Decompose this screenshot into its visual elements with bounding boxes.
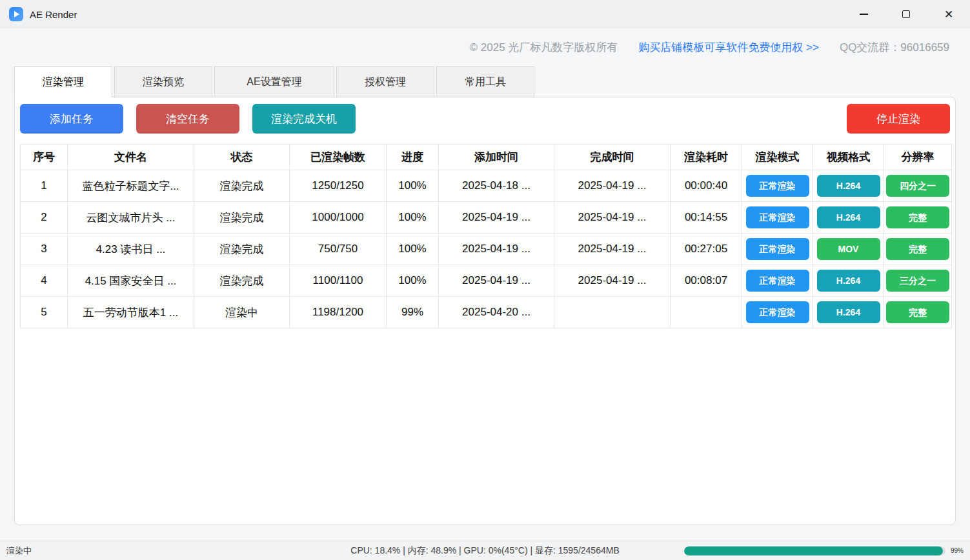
resolution-badge[interactable]: 完整 <box>886 206 949 228</box>
table-row[interactable]: 5五一劳动节版本1 ...渲染中1198/120099%2025-04-20 .… <box>21 297 952 328</box>
tab-authorization[interactable]: 授权管理 <box>336 66 434 97</box>
close-icon: ✕ <box>944 9 953 20</box>
cell-frames: 1000/1000 <box>290 202 387 234</box>
statusbar: 渲染中 CPU: 18.4% | 内存: 48.9% | GPU: 0%(45°… <box>0 541 970 560</box>
titlebar: AE Render ✕ <box>0 0 970 28</box>
render-mode-badge[interactable]: 正常渲染 <box>746 175 809 197</box>
render-mode-badge-cell: 正常渲染 <box>742 265 813 297</box>
render-mode-badge-cell: 正常渲染 <box>742 297 813 328</box>
video-format-badge[interactable]: H.264 <box>817 206 880 228</box>
column-header: 序号 <box>21 145 68 170</box>
tab-ae-settings[interactable]: AE设置管理 <box>214 66 334 97</box>
app-title: AE Render <box>30 9 77 20</box>
table-row[interactable]: 44.15 国家安全日 ...渲染完成1100/1100100%2025-04-… <box>21 265 952 297</box>
resolution-badge[interactable]: 四分之一 <box>886 175 949 197</box>
table-header-row: 序号文件名状态已渲染帧数进度添加时间完成时间渲染耗时渲染模式视频格式分辨率 <box>21 145 952 170</box>
render-mode-badge[interactable]: 正常渲染 <box>746 238 809 260</box>
video-format-badge-cell: H.264 <box>813 265 884 297</box>
render-mode-badge-cell: 正常渲染 <box>742 234 813 265</box>
app-window: AE Render ✕ © 2025 光厂标凡数字版权所有 购买店铺模板可享软件… <box>0 0 970 560</box>
cell-completed-time: 2025-04-19 ... <box>554 265 671 297</box>
cell-added-time: 2025-04-20 ... <box>439 297 554 328</box>
cell-completed-time <box>554 297 671 328</box>
tab-common-tools[interactable]: 常用工具 <box>436 66 534 97</box>
progress-fill <box>684 546 943 555</box>
video-format-badge[interactable]: H.264 <box>817 301 880 323</box>
cell-frames: 1198/1200 <box>290 297 387 328</box>
tabs: 渲染管理渲染预览AE设置管理授权管理常用工具 <box>0 66 970 97</box>
render-status-text: 渲染中 <box>6 545 32 557</box>
cell-completed-time: 2025-04-19 ... <box>554 202 671 234</box>
cell-progress: 100% <box>387 202 439 234</box>
clear-tasks-button[interactable]: 清空任务 <box>136 104 239 134</box>
column-header: 文件名 <box>68 145 194 170</box>
cell-added-time: 2025-04-18 ... <box>439 170 554 202</box>
video-format-badge-cell: H.264 <box>813 202 884 234</box>
resolution-badge[interactable]: 三分之一 <box>886 270 949 292</box>
render-mode-badge[interactable]: 正常渲染 <box>746 301 809 323</box>
shutdown-after-render-button[interactable]: 渲染完成关机 <box>252 104 356 134</box>
cell-frames: 1100/1100 <box>290 265 387 297</box>
video-format-badge-cell: MOV <box>813 234 884 265</box>
resolution-badge-cell: 完整 <box>884 234 952 265</box>
minimize-button[interactable] <box>842 0 885 28</box>
column-header: 视频格式 <box>813 145 884 170</box>
table-row[interactable]: 2云图文城市片头 ...渲染完成1000/1000100%2025-04-19 … <box>21 202 952 234</box>
column-header: 添加时间 <box>439 145 554 170</box>
maximize-button[interactable] <box>885 0 927 28</box>
column-header: 渲染模式 <box>742 145 813 170</box>
qq-group-text: QQ交流群：96016659 <box>840 40 949 55</box>
column-header: 已渲染帧数 <box>290 145 387 170</box>
cell-index: 4 <box>21 265 68 297</box>
column-header: 渲染耗时 <box>671 145 742 170</box>
header-strip: © 2025 光厂标凡数字版权所有 购买店铺模板可享软件免费使用权 >> QQ交… <box>0 28 970 66</box>
cell-progress: 100% <box>387 265 439 297</box>
progress-group: 99% <box>684 546 964 555</box>
table-body: 1蓝色粒子标题文字...渲染完成1250/1250100%2025-04-18 … <box>21 170 952 328</box>
cell-duration: 00:08:07 <box>671 265 742 297</box>
stop-render-button[interactable]: 停止渲染 <box>847 104 950 134</box>
promo-link[interactable]: 购买店铺模板可享软件免费使用权 >> <box>638 40 819 55</box>
cell-filename: 五一劳动节版本1 ... <box>68 297 194 328</box>
cell-added-time: 2025-04-19 ... <box>439 265 554 297</box>
cell-progress: 100% <box>387 170 439 202</box>
resolution-badge-cell: 三分之一 <box>884 265 952 297</box>
maximize-icon <box>902 10 910 18</box>
add-task-button[interactable]: 添加任务 <box>20 104 123 134</box>
table-row[interactable]: 34.23 读书日 ...渲染完成750/750100%2025-04-19 .… <box>21 234 952 265</box>
video-format-badge[interactable]: H.264 <box>817 175 880 197</box>
column-header: 完成时间 <box>554 145 671 170</box>
cell-index: 2 <box>21 202 68 234</box>
resolution-badge-cell: 完整 <box>884 202 952 234</box>
resolution-badge-cell: 完整 <box>884 297 952 328</box>
render-mode-badge[interactable]: 正常渲染 <box>746 206 809 228</box>
render-mode-badge[interactable]: 正常渲染 <box>746 270 809 292</box>
column-header: 进度 <box>387 145 439 170</box>
app-logo-icon <box>9 7 23 21</box>
video-format-badge[interactable]: H.264 <box>817 270 880 292</box>
cell-added-time: 2025-04-19 ... <box>439 202 554 234</box>
video-format-badge[interactable]: MOV <box>817 238 880 260</box>
video-format-badge-cell: H.264 <box>813 170 884 202</box>
cell-filename: 4.15 国家安全日 ... <box>68 265 194 297</box>
cell-status: 渲染完成 <box>194 265 290 297</box>
tab-render-management[interactable]: 渲染管理 <box>14 66 112 97</box>
cell-progress: 99% <box>387 297 439 328</box>
cell-added-time: 2025-04-19 ... <box>439 234 554 265</box>
window-controls: ✕ <box>842 0 970 28</box>
cell-index: 3 <box>21 234 68 265</box>
toolbar: 添加任务 清空任务 渲染完成关机 停止渲染 <box>20 104 950 134</box>
close-button[interactable]: ✕ <box>927 0 970 28</box>
table-row[interactable]: 1蓝色粒子标题文字...渲染完成1250/1250100%2025-04-18 … <box>21 170 952 202</box>
resolution-badge[interactable]: 完整 <box>886 301 949 323</box>
tab-render-preview[interactable]: 渲染预览 <box>114 66 212 97</box>
cell-progress: 100% <box>387 234 439 265</box>
cell-status: 渲染中 <box>194 297 290 328</box>
cell-frames: 750/750 <box>290 234 387 265</box>
resolution-badge[interactable]: 完整 <box>886 238 949 260</box>
progress-percent-label: 99% <box>951 547 964 554</box>
cell-status: 渲染完成 <box>194 170 290 202</box>
render-progress-bar <box>684 546 945 555</box>
cell-status: 渲染完成 <box>194 234 290 265</box>
minimize-icon <box>860 14 868 15</box>
